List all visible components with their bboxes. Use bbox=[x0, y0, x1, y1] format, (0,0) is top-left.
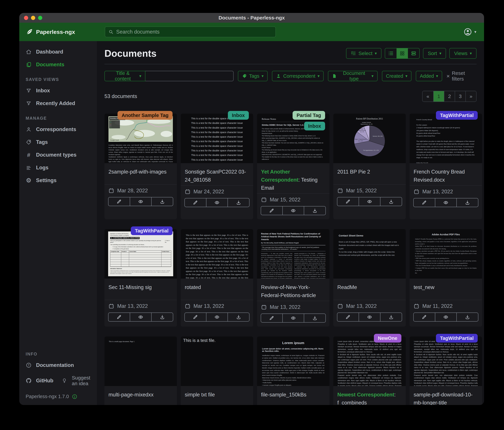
tag-badge[interactable]: Partial Tag bbox=[293, 111, 325, 120]
document-thumbnail[interactable]: This is a test file. bbox=[181, 337, 253, 386]
document-title[interactable]: ReadMe bbox=[333, 279, 406, 300]
download-button[interactable] bbox=[456, 198, 478, 207]
document-thumbnail[interactable]: Patient BP Distribution 2011 Isolate bbox=[333, 114, 406, 163]
document-title[interactable]: multi-page-mixedxx bbox=[104, 386, 177, 405]
document-title[interactable]: Review-of-New-York-Federal-Petitions-art… bbox=[257, 279, 329, 301]
document-title[interactable]: simple txt file bbox=[181, 386, 253, 405]
detail-view-button[interactable] bbox=[408, 48, 419, 58]
tag-badge[interactable]: NewOne bbox=[374, 334, 401, 343]
view-button[interactable] bbox=[359, 313, 380, 321]
correspondent-filter-button[interactable]: Correspondent ▾ bbox=[272, 71, 324, 81]
correspondent-link[interactable]: Newest Correspondent bbox=[337, 392, 394, 398]
document-thumbnail[interactable]: Lorem ipsum dolor sit amet, consectetur … bbox=[333, 337, 406, 386]
correspondent-link[interactable]: Yet Another Correspondent bbox=[261, 169, 298, 183]
edit-button[interactable] bbox=[414, 313, 435, 321]
minimize-window-button[interactable] bbox=[31, 16, 35, 20]
tags-filter-button[interactable]: Tags ▾ bbox=[238, 71, 268, 81]
document-title[interactable]: file-sample_150kBs bbox=[257, 386, 329, 405]
edit-button[interactable] bbox=[261, 314, 282, 322]
sidebar-item-documentation[interactable]: ? Documentation bbox=[19, 359, 97, 372]
document-title[interactable]: Sonstige ScanPC2022 03-24_081058 bbox=[181, 163, 253, 185]
document-thumbnail[interactable]: French Country Bread For the Leaven 1 he… bbox=[410, 114, 482, 163]
reset-filters-button[interactable]: × Reset filters bbox=[447, 70, 477, 82]
sort-button[interactable]: Sort ▾ bbox=[423, 48, 446, 59]
view-button[interactable] bbox=[282, 206, 304, 215]
document-title[interactable]: Sec 11-Missing sig bbox=[104, 279, 177, 300]
view-button[interactable] bbox=[435, 313, 457, 321]
info-icon[interactable] bbox=[72, 394, 77, 399]
document-title[interactable]: Newest Correspondent: f_combineds bbox=[333, 386, 406, 405]
title-content-input[interactable] bbox=[145, 71, 234, 81]
document-thumbnail[interactable]: This is a multi page document. Page 1. bbox=[104, 337, 177, 386]
sidebar-item-tags[interactable]: Tags bbox=[19, 136, 97, 149]
document-thumbnail[interactable]: Lorem ipsum dolor sit amet, consectetur … bbox=[410, 337, 482, 386]
global-search[interactable] bbox=[105, 27, 276, 37]
view-button[interactable] bbox=[130, 313, 151, 321]
close-window-button[interactable] bbox=[24, 16, 28, 20]
view-button[interactable] bbox=[130, 197, 151, 206]
document-thumbnail[interactable]: Lorem ipsum Lorem ipsum dolor sit amet, … bbox=[257, 337, 329, 386]
download-button[interactable] bbox=[227, 313, 249, 321]
view-button[interactable] bbox=[206, 198, 228, 207]
tag-badge[interactable]: TagWithPartial bbox=[436, 334, 478, 343]
download-button[interactable] bbox=[304, 314, 325, 322]
tag-badge[interactable]: TagWithPartial bbox=[131, 226, 172, 235]
document-thumbnail[interactable]: Application for Medical Staff Members Go… bbox=[104, 229, 177, 279]
document-thumbnail[interactable]: Review of New York Federal Petitions for… bbox=[257, 229, 329, 279]
edit-button[interactable] bbox=[108, 197, 130, 206]
sidebar-item-github[interactable]: GitHub bbox=[19, 374, 55, 387]
document-title[interactable]: 2011 BP Pie 2 bbox=[333, 163, 406, 184]
download-button[interactable] bbox=[304, 206, 325, 215]
tag-badge[interactable]: Inbox bbox=[228, 111, 249, 120]
document-title[interactable]: sample-pdf-download-10-mb-longer-title bbox=[410, 386, 482, 405]
sidebar-item-suggest-idea[interactable]: Suggest an idea bbox=[55, 372, 97, 390]
app-brand[interactable]: Paperless-ngx bbox=[26, 28, 75, 36]
search-input[interactable] bbox=[116, 29, 272, 35]
tag-badge[interactable]: Inbox bbox=[304, 122, 325, 131]
sidebar-item-document-types[interactable]: # Document types bbox=[19, 149, 97, 161]
edit-button[interactable] bbox=[185, 198, 206, 207]
sidebar-item-settings[interactable]: ⚙ Settings bbox=[19, 174, 97, 187]
edit-button[interactable] bbox=[261, 206, 282, 215]
title-content-filter-button[interactable]: Title & content ▾ bbox=[104, 71, 145, 81]
document-thumbnail[interactable]: Boundary Waters Trip Google Earth Curabi… bbox=[104, 114, 177, 163]
view-button[interactable] bbox=[206, 313, 228, 321]
document-thumbnail[interactable]: This is a test for the double space char… bbox=[181, 114, 253, 163]
view-button[interactable] bbox=[359, 197, 380, 206]
view-button[interactable] bbox=[282, 314, 304, 322]
select-button[interactable]: Select ▾ bbox=[346, 48, 381, 59]
download-button[interactable] bbox=[151, 197, 173, 206]
document-title[interactable]: Yet Another Correspondent: Testing Email bbox=[257, 163, 329, 193]
view-button[interactable] bbox=[435, 198, 457, 207]
list-view-button[interactable] bbox=[385, 48, 396, 58]
sidebar-item-correspondents[interactable]: Correspondents bbox=[19, 123, 97, 136]
grid-view-button[interactable] bbox=[396, 48, 408, 58]
pagination-next[interactable]: » bbox=[465, 91, 476, 102]
edit-button[interactable] bbox=[337, 313, 359, 321]
user-menu[interactable]: ▾ bbox=[464, 28, 476, 36]
pagination-page-3[interactable]: 3 bbox=[455, 91, 465, 102]
document-thumbnail[interactable]: This is the text that appears on the fir… bbox=[181, 229, 253, 279]
sidebar-item-logs[interactable]: Logs bbox=[19, 161, 97, 174]
download-button[interactable] bbox=[380, 313, 402, 321]
download-button[interactable] bbox=[456, 313, 478, 321]
document-thumbnail[interactable]: Adobe Acrobat PDF Files Adobe® Portable … bbox=[410, 229, 482, 279]
sidebar-item-documents[interactable]: Documents bbox=[19, 58, 97, 71]
sidebar-item-inbox[interactable]: Inbox bbox=[19, 84, 97, 97]
maximize-window-button[interactable] bbox=[38, 16, 42, 20]
download-button[interactable] bbox=[227, 198, 249, 207]
download-button[interactable] bbox=[151, 313, 173, 321]
edit-button[interactable] bbox=[337, 197, 359, 206]
pagination-prev[interactable]: « bbox=[423, 91, 433, 102]
tag-badge[interactable]: TagWithPartial bbox=[436, 111, 478, 120]
sidebar-item-dashboard[interactable]: Dashboard bbox=[19, 46, 97, 58]
document-title[interactable]: 2sample-pdf-with-images bbox=[104, 163, 177, 184]
edit-button[interactable] bbox=[185, 313, 206, 321]
edit-button[interactable] bbox=[108, 313, 130, 321]
added-filter-button[interactable]: Added ▾ bbox=[416, 71, 442, 81]
sidebar-item-recently-added[interactable]: Recently Added bbox=[19, 97, 97, 110]
created-filter-button[interactable]: Created ▾ bbox=[382, 71, 412, 81]
edit-button[interactable] bbox=[414, 198, 435, 207]
document-thumbnail[interactable]: Contact Sheet Demo Given a set of image … bbox=[333, 229, 406, 279]
download-button[interactable] bbox=[380, 197, 402, 206]
